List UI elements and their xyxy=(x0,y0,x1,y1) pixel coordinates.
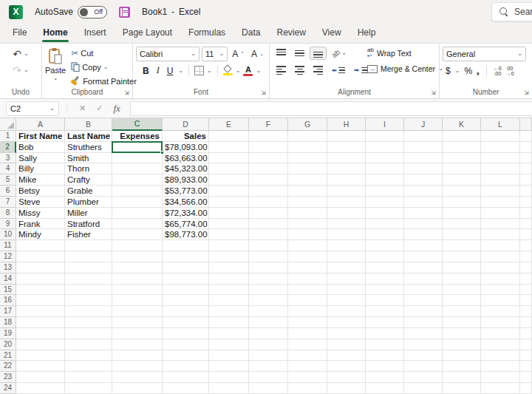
percent-format-button[interactable]: % xyxy=(464,66,472,76)
row-header-23[interactable]: 23 xyxy=(0,372,16,383)
number-format-combo[interactable]: General⌄ xyxy=(443,47,526,61)
cell-L17[interactable] xyxy=(481,306,520,317)
cell-A4[interactable]: Billy xyxy=(16,163,65,174)
font-name-combo[interactable]: Calibri⌄ xyxy=(136,47,200,61)
cell-B11[interactable] xyxy=(65,240,112,251)
cell-I15[interactable] xyxy=(366,285,404,296)
cell-partial-16[interactable] xyxy=(520,295,532,306)
cell-D13[interactable] xyxy=(163,262,209,274)
cell-A13[interactable] xyxy=(16,262,65,274)
cell-partial-19[interactable] xyxy=(520,328,532,339)
cell-K8[interactable] xyxy=(443,208,481,219)
cell-A14[interactable] xyxy=(16,274,65,285)
tab-data[interactable]: Data xyxy=(233,24,268,43)
cell-I13[interactable] xyxy=(366,262,404,274)
cell-A19[interactable] xyxy=(16,328,65,339)
cell-J5[interactable] xyxy=(404,174,443,186)
cell-E20[interactable] xyxy=(209,339,249,350)
cell-I24[interactable] xyxy=(366,383,404,394)
decrease-indent-button[interactable]: ⬅ xyxy=(328,65,349,76)
cell-C12[interactable] xyxy=(112,251,163,262)
cell-K18[interactable] xyxy=(443,317,481,328)
cell-F16[interactable] xyxy=(249,295,288,306)
row-header-16[interactable]: 16 xyxy=(0,295,16,306)
autosave-control[interactable]: AutoSave Off xyxy=(35,6,107,18)
cell-F1[interactable] xyxy=(249,131,288,142)
cell-I17[interactable] xyxy=(366,306,404,317)
cell-G8[interactable] xyxy=(288,208,327,219)
cell-partial-10[interactable] xyxy=(520,229,532,240)
cell-E18[interactable] xyxy=(209,317,249,328)
cell-D23[interactable] xyxy=(163,372,209,383)
column-header-partial[interactable] xyxy=(520,118,532,131)
cell-K5[interactable] xyxy=(443,174,481,186)
cell-J23[interactable] xyxy=(404,372,443,383)
row-header-10[interactable]: 10 xyxy=(0,229,16,240)
number-dialog-launcher-icon[interactable]: ⇲ xyxy=(524,88,529,98)
cell-G17[interactable] xyxy=(288,306,327,317)
clipboard-dialog-launcher-icon[interactable]: ⇲ xyxy=(124,88,129,98)
cell-J19[interactable] xyxy=(404,328,443,339)
cell-B5[interactable]: Crafty xyxy=(65,174,112,186)
cell-G2[interactable] xyxy=(288,142,327,153)
cell-I2[interactable] xyxy=(366,142,404,153)
cell-G18[interactable] xyxy=(288,317,327,328)
cell-C4[interactable] xyxy=(112,163,163,174)
cell-I7[interactable] xyxy=(366,197,404,208)
cell-I11[interactable] xyxy=(366,240,404,251)
merge-center-button[interactable]: ↔ Merge & Center ⌄ xyxy=(366,64,445,74)
cell-B10[interactable]: Fisher xyxy=(65,229,112,240)
cell-E16[interactable] xyxy=(209,295,249,306)
redo-dropdown-icon[interactable]: ⌄ xyxy=(24,67,29,73)
cell-partial-17[interactable] xyxy=(520,306,532,317)
cell-L7[interactable] xyxy=(481,197,520,208)
row-header-24[interactable]: 24 xyxy=(0,383,16,394)
cell-L18[interactable] xyxy=(481,317,520,328)
cell-A7[interactable]: Steve xyxy=(16,197,65,208)
cell-E4[interactable] xyxy=(209,163,249,174)
cell-K7[interactable] xyxy=(443,197,481,208)
cell-I3[interactable] xyxy=(366,153,404,164)
cell-A1[interactable]: First Name xyxy=(16,131,65,142)
cell-H13[interactable] xyxy=(327,262,366,274)
cell-D22[interactable] xyxy=(163,361,209,372)
cell-F10[interactable] xyxy=(249,229,288,240)
cell-partial-23[interactable] xyxy=(520,372,532,383)
cell-C3[interactable] xyxy=(112,153,163,164)
cell-I4[interactable] xyxy=(366,163,404,174)
cell-I5[interactable] xyxy=(366,174,404,186)
cell-G16[interactable] xyxy=(288,295,327,306)
cell-D7[interactable]: $34,566.00 xyxy=(163,197,209,208)
cell-partial-6[interactable] xyxy=(520,186,532,197)
cell-D19[interactable] xyxy=(163,328,209,339)
cell-A16[interactable] xyxy=(16,295,65,306)
cell-A9[interactable]: Frank xyxy=(16,219,65,230)
cell-E8[interactable] xyxy=(209,208,249,219)
cell-I1[interactable] xyxy=(366,131,404,142)
cell-F6[interactable] xyxy=(249,186,288,197)
cell-B13[interactable] xyxy=(65,262,112,274)
cell-A17[interactable] xyxy=(16,306,65,317)
cell-E1[interactable] xyxy=(209,131,249,142)
row-header-15[interactable]: 15 xyxy=(0,285,16,296)
cell-H16[interactable] xyxy=(327,295,366,306)
middle-align-button[interactable] xyxy=(291,47,308,60)
cell-partial-14[interactable] xyxy=(520,274,532,285)
cell-B9[interactable]: Stratford xyxy=(65,219,112,230)
borders-dropdown-icon[interactable]: ⌄ xyxy=(207,68,212,74)
cell-K4[interactable] xyxy=(443,163,481,174)
cell-F11[interactable] xyxy=(249,240,288,251)
cell-F12[interactable] xyxy=(249,251,288,262)
cell-I18[interactable] xyxy=(366,317,404,328)
column-header-A[interactable]: A xyxy=(16,118,65,131)
cell-I10[interactable] xyxy=(366,229,404,240)
column-header-C[interactable]: C xyxy=(112,118,163,131)
cell-J6[interactable] xyxy=(404,186,443,197)
row-header-12[interactable]: 12 xyxy=(0,251,16,262)
cell-D5[interactable]: $89,933.00 xyxy=(163,174,209,186)
cell-E13[interactable] xyxy=(209,262,249,274)
cell-G1[interactable] xyxy=(288,131,327,142)
underline-button[interactable]: U xyxy=(165,65,176,77)
cell-L22[interactable] xyxy=(481,361,520,372)
cell-partial-18[interactable] xyxy=(520,317,532,328)
